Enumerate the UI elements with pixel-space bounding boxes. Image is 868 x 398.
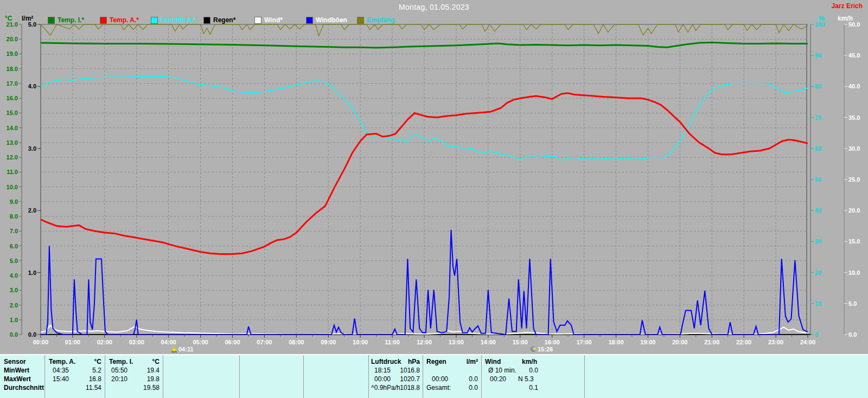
- legend-color-swatch: [203, 17, 210, 24]
- time-tick-label: 02:00: [97, 339, 112, 345]
- legend-item-empfang[interactable]: Empfang: [357, 16, 394, 24]
- legend-label: Temp. I.*: [58, 16, 84, 24]
- time-tick-label: 24:00: [800, 339, 815, 345]
- legend-item-temp-a-[interactable]: Temp. A.*: [100, 16, 139, 24]
- legend-label: Empfang: [367, 16, 394, 24]
- temp-a-max-value: 16.8: [65, 375, 101, 383]
- table-separator: [44, 355, 45, 398]
- col-temp-a-unit: °C: [65, 358, 101, 365]
- temp-tick-label: 5.0: [10, 258, 18, 264]
- weather-day-chart: 21.020.019.018.017.016.015.014.013.012.0…: [0, 0, 868, 355]
- humidity-tick-label: 90: [815, 52, 821, 59]
- sunrise-marker: 04:11: [171, 345, 194, 353]
- table-separator: [584, 355, 585, 398]
- wind-tick-label: 45.0: [848, 52, 860, 59]
- grid-lines: [41, 24, 808, 335]
- row-label-minwert: MinWert: [4, 367, 29, 374]
- legend-color-swatch: [48, 17, 55, 24]
- sunrise-time: 04:11: [178, 346, 194, 352]
- wind-tick-label: 15.0: [848, 238, 860, 245]
- legend-label: Temp. A.*: [110, 16, 139, 24]
- time-tick-label: 03:00: [129, 339, 144, 345]
- wind-max-value: N 5.3: [518, 375, 534, 383]
- legend-label: Regen*: [213, 16, 235, 24]
- wind-tick-label: 30.0: [848, 145, 860, 152]
- table-separator: [239, 355, 240, 398]
- col-wind-unit: km/h: [522, 358, 537, 365]
- time-tick-label: 07:00: [257, 339, 272, 345]
- legend-item-wind-[interactable]: Wind*: [254, 16, 283, 24]
- summary-table: Sensor MinWert MaxWert Durchschnitt Temp…: [0, 354, 868, 398]
- humidity-tick-label: 10: [815, 300, 821, 307]
- moonrise-time: 15:26: [538, 346, 553, 352]
- temp-tick-label: 10.0: [7, 184, 18, 190]
- wind-max-time: 00:20: [490, 375, 506, 383]
- wind-tick-label: 20.0: [848, 207, 860, 214]
- regen-gesamt-value: 0.0: [434, 384, 478, 391]
- table-separator: [423, 355, 423, 398]
- legend-label: Feuchte A.*: [161, 16, 196, 24]
- temp-i-avg-value: 19.58: [124, 384, 159, 391]
- row-label-durchschnitt: Durchschnitt: [4, 384, 44, 391]
- temp-tick-label: 0.0: [10, 331, 18, 338]
- legend-item-windb-en[interactable]: Windböen: [306, 16, 347, 24]
- time-tick-label: 11:00: [385, 339, 400, 345]
- axis-lines: [22, 24, 844, 335]
- legend-label: Windböen: [316, 16, 347, 24]
- moonrise-icon: [530, 346, 537, 352]
- temp-tick-label: 1.0: [10, 317, 18, 323]
- wind-tick-label: 25.0: [848, 176, 860, 183]
- temp-tick-label: 18.0: [7, 66, 18, 72]
- table-separator: [368, 355, 369, 398]
- time-tick-label: 13:00: [449, 339, 464, 345]
- time-tick-label: 20:00: [672, 339, 687, 345]
- humidity-tick-label: 70: [815, 114, 821, 121]
- humidity-tick-label: 60: [815, 145, 821, 152]
- time-tick-label: 09:00: [321, 339, 336, 345]
- rain-tick-label: 1.0: [28, 269, 36, 276]
- row-label-sensor: Sensor: [4, 358, 26, 365]
- temp-tick-label: 4.0: [10, 272, 18, 279]
- station-owner-label: Jarz Erich: [832, 2, 863, 10]
- luftdruck-r3-value: 1018.8: [382, 384, 420, 391]
- time-tick-label: 12:00: [417, 339, 432, 345]
- time-tick-label: 17:00: [577, 339, 592, 345]
- row-label-maxwert: MaxWert: [4, 375, 31, 383]
- humidity-tick-label: 0: [815, 331, 818, 338]
- humidity-tick-label: 20: [815, 269, 821, 276]
- col-luftdruck-unit: hPa: [382, 358, 420, 365]
- time-tick-label: 04:00: [161, 339, 176, 345]
- wind-tick-label: 35.0: [848, 114, 860, 121]
- rain-tick-label: 4.0: [28, 83, 36, 89]
- temp-tick-label: 6.0: [10, 243, 18, 249]
- time-axis-ticks: 00:0001:0002:0003:0004:0005:0006:0007:00…: [33, 335, 815, 345]
- temp-tick-label: 9.0: [10, 198, 18, 205]
- sunrise-icon: [171, 346, 177, 352]
- time-tick-label: 16:00: [545, 339, 560, 345]
- col-temp-i-unit: °C: [124, 358, 159, 365]
- moonrise-marker: 15:26: [530, 345, 553, 353]
- rain-tick-label: 2.0: [28, 207, 36, 214]
- legend-item-feuchte-a-[interactable]: Feuchte A.*: [151, 16, 196, 24]
- humidity-tick-label: 40: [815, 207, 821, 214]
- temp-tick-label: 13.0: [7, 139, 18, 146]
- time-tick-label: 19:00: [640, 339, 655, 345]
- luftdruck-r2-value: 1020.7: [382, 375, 420, 383]
- legend-color-swatch: [151, 17, 158, 24]
- legend-item-regen-[interactable]: Regen*: [203, 16, 235, 24]
- rain-axis-ticks: 5.04.03.02.01.00.0: [28, 21, 41, 338]
- time-tick-label: 15:00: [513, 339, 528, 345]
- legend-item-temp-i-[interactable]: Temp. I.*: [48, 16, 84, 24]
- temp-tick-label: 16.0: [7, 95, 18, 101]
- wind-tick-label: 10.0: [848, 269, 860, 276]
- wind-tick-label: 0.0: [848, 331, 857, 338]
- legend-color-swatch: [100, 17, 107, 24]
- temp-tick-label: 20.0: [7, 36, 18, 42]
- table-separator: [303, 355, 304, 398]
- temp-i-min-value: 19.4: [124, 367, 159, 374]
- time-tick-label: 10:00: [353, 339, 368, 345]
- legend-color-swatch: [357, 17, 364, 24]
- temp-axis-ticks: 21.020.019.018.017.016.015.014.013.012.0…: [7, 21, 22, 338]
- time-tick-label: 00:00: [33, 339, 48, 345]
- humidity-axis-ticks: 1009080706050403020100: [810, 21, 825, 338]
